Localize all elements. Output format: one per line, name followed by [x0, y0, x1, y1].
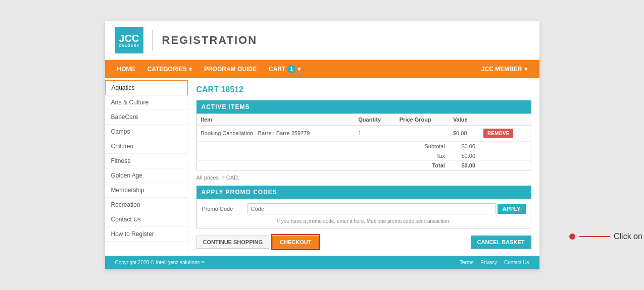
footer-terms[interactable]: Terms [460, 260, 473, 265]
action-buttons: CONTINUE SHOPPING CHECKOUT CANCEL BASKET [196, 236, 531, 249]
promo-code-input[interactable] [247, 203, 496, 214]
annotation: Click on "CHECKOUT" [569, 232, 644, 241]
sidebar: Aquatics Arts & Culture BabeCare Camps C… [105, 78, 188, 256]
promo-label: Promo Code [202, 206, 247, 212]
item-quantity: 1 [354, 125, 395, 141]
sidebar-item-babecare[interactable]: BabeCare [105, 110, 188, 125]
header-divider [153, 30, 153, 50]
col-item: Item [196, 113, 354, 125]
nav-categories[interactable]: CATEGORIES ▾ [141, 60, 198, 78]
cancel-basket-button[interactable]: CANCEL BASKET [471, 236, 531, 249]
sidebar-item-camps[interactable]: Camps [105, 125, 188, 139]
total-label-empty [196, 160, 395, 170]
page-title: REGISTRATION [162, 34, 258, 47]
sidebar-item-contact[interactable]: Contact Us [105, 212, 188, 227]
tax-label: Tax [395, 151, 449, 160]
sidebar-item-aquatics[interactable]: Aquatics [105, 80, 188, 95]
col-price-group: Price Group [395, 113, 449, 125]
annotation-arrow [579, 236, 610, 237]
copyright: Copyright 2020 © Intelligenz solutions™ [115, 260, 205, 265]
total-label: Total [395, 160, 449, 170]
col-action [479, 113, 531, 125]
item-name: Booking Cancellation - Barre : Barre 259… [196, 125, 354, 141]
remove-cell: REMOVE [479, 125, 531, 141]
chevron-down-icon: ▾ [524, 66, 527, 73]
item-value: $0.00 [449, 125, 479, 141]
prices-note: All prices in CAD. [196, 175, 531, 181]
chevron-down-icon: ▾ [298, 66, 301, 73]
col-quantity: Quantity [354, 113, 395, 125]
annotation-dot [569, 234, 575, 240]
total-value: $0.00 [449, 160, 479, 170]
annotation-text: Click on "CHECKOUT" [614, 232, 644, 241]
cart-title: CART 18512 [196, 85, 531, 94]
tax-label-empty [196, 151, 395, 160]
footer-privacy[interactable]: Privacy [480, 260, 497, 265]
logo-jcc: JCC [119, 33, 139, 44]
nav-program-guide[interactable]: PROGRAM GUIDE [198, 60, 263, 78]
sidebar-item-membership[interactable]: Membership [105, 183, 188, 198]
promo-hint: If you have a promo code, enter it here.… [197, 218, 531, 228]
nav-home[interactable]: HOME [111, 60, 141, 78]
nav-jcc-member[interactable]: JCC MEMBER ▾ [475, 60, 533, 78]
promo-header: APPLY PROMO CODES [196, 186, 531, 199]
nav-cart[interactable]: CART 1 ▾ [263, 60, 307, 78]
table-row: Booking Cancellation - Barre : Barre 259… [196, 125, 531, 141]
promo-row: Promo Code APPLY [197, 199, 531, 218]
main-content: CART 18512 ACTIVE ITEMS Item Quantity Pr… [188, 78, 539, 256]
nav-bar: HOME CATEGORIES ▾ PROGRAM GUIDE CART 1 ▾… [105, 60, 539, 78]
sidebar-item-golden-age[interactable]: Golden Age [105, 168, 188, 183]
chevron-down-icon: ▾ [189, 66, 192, 73]
page-footer: Copyright 2020 © Intelligenz solutions™ … [105, 256, 539, 269]
total-row: Total $0.00 [196, 160, 531, 170]
promo-section: Promo Code APPLY If you have a promo cod… [196, 199, 531, 228]
footer-links: Terms Privacy Contact Us [460, 260, 529, 265]
continue-shopping-button[interactable]: CONTINUE SHOPPING [196, 236, 270, 249]
logo-calgary: CALGARY [119, 44, 139, 48]
subtotal-value: $0.00 [449, 141, 479, 151]
sidebar-item-fitness[interactable]: Fitness [105, 154, 188, 168]
subtotal-row: Subtotal $0.00 [196, 141, 531, 151]
cart-badge: 1 [287, 65, 295, 73]
subtotal-text: Subtotal [395, 141, 449, 151]
col-value: Value [449, 113, 479, 125]
footer-contact[interactable]: Contact Us [504, 260, 529, 265]
page-header: JCC CALGARY REGISTRATION [105, 21, 539, 60]
subtotal-label [196, 141, 395, 151]
tax-value: $0.00 [449, 151, 479, 160]
tax-row: Tax $0.00 [196, 151, 531, 160]
item-price-group [395, 125, 449, 141]
sidebar-item-how-to-register[interactable]: How to Register [105, 227, 188, 242]
active-items-header: ACTIVE ITEMS [196, 100, 531, 113]
apply-button[interactable]: APPLY [498, 204, 526, 214]
content-area: Aquatics Arts & Culture BabeCare Camps C… [105, 78, 539, 256]
sidebar-item-recreation[interactable]: Recreation [105, 198, 188, 212]
items-table: Item Quantity Price Group Value Booking … [196, 113, 531, 170]
checkout-button[interactable]: CHECKOUT [272, 236, 319, 249]
sidebar-item-arts[interactable]: Arts & Culture [105, 95, 188, 110]
remove-button[interactable]: REMOVE [483, 129, 513, 138]
sidebar-item-children[interactable]: Children [105, 139, 188, 154]
logo: JCC CALGARY [115, 27, 143, 53]
